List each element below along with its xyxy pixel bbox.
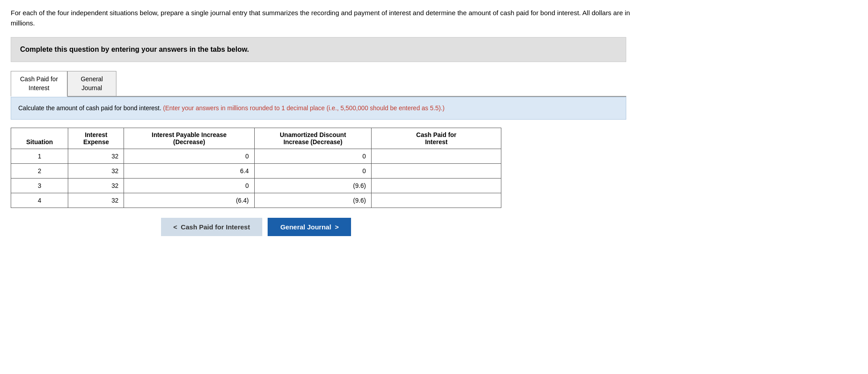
cell-cash-paid-1[interactable] [372,149,501,164]
cell-discount-change-1: 0 [254,149,372,164]
instruction-box: Calculate the amount of cash paid for bo… [11,97,626,120]
table-row: 432(6.4)(9.6) [11,193,501,208]
next-button[interactable]: General Journal > [268,218,351,236]
col-header-cash-paid: Cash Paid forInterest [372,128,501,149]
instruction-text: Calculate the amount of cash paid for bo… [18,104,163,112]
complete-box: Complete this question by entering your … [11,37,626,62]
cell-discount-change-4: (9.6) [254,193,372,208]
cell-interest-expense-3: 32 [68,179,124,193]
cell-situation-2: 2 [11,164,68,179]
data-table: Situation InterestExpense Interest Payab… [11,128,501,208]
table-row: 13200 [11,149,501,164]
cell-interest-expense-4: 32 [68,193,124,208]
cell-cash-paid-2[interactable] [372,164,501,179]
table-row: 3320(9.6) [11,179,501,193]
input-cash-paid-1[interactable] [372,149,501,163]
nav-buttons: < Cash Paid for Interest General Journal… [11,218,501,236]
col-header-interest-expense: InterestExpense [68,128,124,149]
next-label: General Journal [280,223,331,231]
col-header-situation: Situation [11,128,68,149]
table-row: 2326.40 [11,164,501,179]
cell-situation-4: 4 [11,193,68,208]
next-icon: > [335,223,339,231]
cell-discount-change-2: 0 [254,164,372,179]
cell-cash-paid-4[interactable] [372,193,501,208]
prev-icon: < [174,223,178,231]
prev-label: Cash Paid for Interest [181,223,250,231]
input-cash-paid-2[interactable] [372,164,501,178]
prev-button[interactable]: < Cash Paid for Interest [161,218,263,236]
instruction-note: (Enter your answers in millions rounded … [163,104,445,112]
input-cash-paid-4[interactable] [372,193,501,208]
tab-cash-paid[interactable]: Cash Paid forInterest [11,71,67,97]
cell-situation-1: 1 [11,149,68,164]
cell-situation-3: 3 [11,179,68,193]
cell-cash-paid-3[interactable] [372,179,501,193]
cell-interest-expense-2: 32 [68,164,124,179]
cell-payable-change-3: 0 [124,179,254,193]
cell-payable-change-2: 6.4 [124,164,254,179]
col-header-discount-change: Unamortized DiscountIncrease (Decrease) [254,128,372,149]
input-cash-paid-3[interactable] [372,179,501,193]
col-header-payable-change: Interest Payable Increase(Decrease) [124,128,254,149]
intro-text: For each of the four independent situati… [11,8,635,28]
cell-discount-change-3: (9.6) [254,179,372,193]
cell-payable-change-1: 0 [124,149,254,164]
cell-interest-expense-1: 32 [68,149,124,164]
cell-payable-change-4: (6.4) [124,193,254,208]
tabs-container: Cash Paid forInterest GeneralJournal [11,71,626,97]
tab-general-journal[interactable]: GeneralJournal [67,71,116,96]
